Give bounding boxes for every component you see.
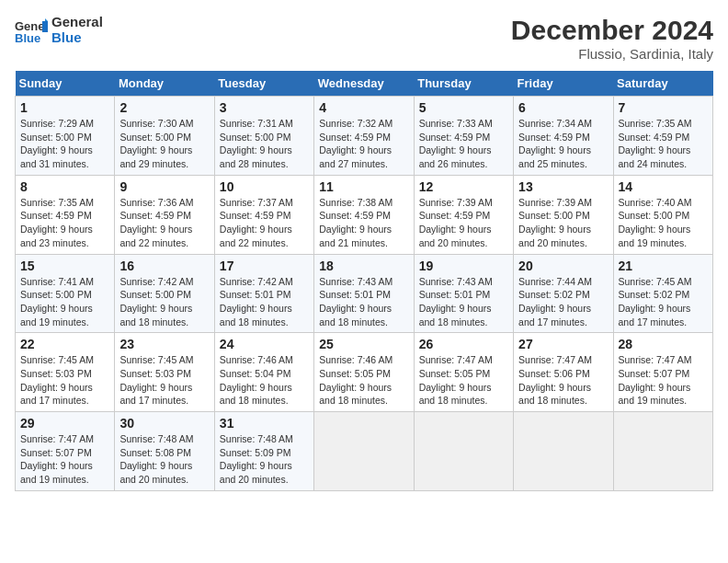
calendar-cell: 8Sunrise: 7:35 AM Sunset: 4:59 PM Daylig… bbox=[16, 175, 115, 254]
day-number: 23 bbox=[119, 337, 209, 351]
day-detail: Sunrise: 7:48 AM Sunset: 5:09 PM Dayligh… bbox=[220, 432, 309, 487]
calendar-cell: 9Sunrise: 7:36 AM Sunset: 4:59 PM Daylig… bbox=[115, 175, 214, 254]
day-number: 30 bbox=[119, 416, 209, 431]
calendar-cell: 11Sunrise: 7:38 AM Sunset: 4:59 PM Dayli… bbox=[314, 175, 414, 254]
day-detail: Sunrise: 7:37 AM Sunset: 4:59 PM Dayligh… bbox=[220, 196, 309, 250]
day-detail: Sunrise: 7:32 AM Sunset: 4:59 PM Dayligh… bbox=[319, 117, 408, 171]
calendar-cell bbox=[414, 412, 513, 491]
day-number: 14 bbox=[619, 179, 708, 194]
svg-text:Blue: Blue bbox=[15, 31, 40, 43]
calendar-week-5: 29Sunrise: 7:47 AM Sunset: 5:07 PM Dayli… bbox=[16, 412, 713, 491]
calendar-cell: 30Sunrise: 7:48 AM Sunset: 5:08 PM Dayli… bbox=[115, 412, 214, 491]
header-day-thursday: Thursday bbox=[414, 71, 513, 97]
header-day-monday: Monday bbox=[115, 71, 214, 97]
calendar-week-3: 15Sunrise: 7:41 AM Sunset: 5:00 PM Dayli… bbox=[16, 254, 713, 333]
day-detail: Sunrise: 7:44 AM Sunset: 5:02 PM Dayligh… bbox=[518, 275, 608, 329]
day-detail: Sunrise: 7:47 AM Sunset: 5:05 PM Dayligh… bbox=[419, 353, 508, 408]
day-number: 3 bbox=[220, 100, 309, 115]
calendar-cell: 14Sunrise: 7:40 AM Sunset: 5:00 PM Dayli… bbox=[613, 175, 712, 254]
calendar-cell: 2Sunrise: 7:30 AM Sunset: 5:00 PM Daylig… bbox=[115, 97, 214, 176]
calendar-week-4: 22Sunrise: 7:45 AM Sunset: 5:03 PM Dayli… bbox=[16, 333, 713, 412]
logo-icon: General Blue bbox=[15, 17, 48, 43]
day-detail: Sunrise: 7:45 AM Sunset: 5:02 PM Dayligh… bbox=[619, 275, 708, 329]
day-number: 7 bbox=[619, 100, 708, 115]
calendar-cell: 18Sunrise: 7:43 AM Sunset: 5:01 PM Dayli… bbox=[314, 254, 414, 333]
header-day-friday: Friday bbox=[514, 71, 613, 97]
day-detail: Sunrise: 7:48 AM Sunset: 5:08 PM Dayligh… bbox=[119, 432, 209, 487]
calendar-cell bbox=[314, 412, 414, 491]
day-detail: Sunrise: 7:47 AM Sunset: 5:07 PM Dayligh… bbox=[619, 353, 708, 408]
day-number: 31 bbox=[220, 416, 309, 431]
day-number: 6 bbox=[518, 100, 608, 115]
calendar-cell: 17Sunrise: 7:42 AM Sunset: 5:01 PM Dayli… bbox=[214, 254, 313, 333]
day-detail: Sunrise: 7:41 AM Sunset: 5:00 PM Dayligh… bbox=[20, 275, 109, 329]
day-number: 9 bbox=[119, 179, 209, 194]
calendar-cell: 27Sunrise: 7:47 AM Sunset: 5:06 PM Dayli… bbox=[514, 333, 613, 412]
logo: General Blue General Blue bbox=[15, 15, 103, 45]
calendar-cell: 24Sunrise: 7:46 AM Sunset: 5:04 PM Dayli… bbox=[214, 333, 313, 412]
day-number: 15 bbox=[20, 259, 109, 273]
day-number: 11 bbox=[319, 179, 408, 194]
day-number: 16 bbox=[119, 259, 209, 273]
day-detail: Sunrise: 7:29 AM Sunset: 5:00 PM Dayligh… bbox=[20, 117, 109, 171]
calendar-cell: 3Sunrise: 7:31 AM Sunset: 5:00 PM Daylig… bbox=[214, 97, 313, 176]
day-detail: Sunrise: 7:39 AM Sunset: 4:59 PM Dayligh… bbox=[419, 196, 508, 250]
day-detail: Sunrise: 7:46 AM Sunset: 5:05 PM Dayligh… bbox=[319, 353, 408, 408]
calendar-cell: 13Sunrise: 7:39 AM Sunset: 5:00 PM Dayli… bbox=[514, 175, 613, 254]
day-detail: Sunrise: 7:35 AM Sunset: 4:59 PM Dayligh… bbox=[20, 196, 109, 250]
day-detail: Sunrise: 7:43 AM Sunset: 5:01 PM Dayligh… bbox=[419, 275, 508, 329]
day-detail: Sunrise: 7:34 AM Sunset: 4:59 PM Dayligh… bbox=[518, 117, 608, 171]
day-number: 18 bbox=[319, 259, 408, 273]
day-detail: Sunrise: 7:43 AM Sunset: 5:01 PM Dayligh… bbox=[319, 275, 408, 329]
location-subtitle: Flussio, Sardinia, Italy bbox=[511, 46, 713, 62]
day-number: 8 bbox=[20, 179, 109, 194]
calendar-cell: 26Sunrise: 7:47 AM Sunset: 5:05 PM Dayli… bbox=[414, 333, 513, 412]
day-number: 25 bbox=[319, 337, 408, 351]
header-day-wednesday: Wednesday bbox=[314, 71, 414, 97]
day-number: 27 bbox=[518, 337, 608, 351]
day-detail: Sunrise: 7:33 AM Sunset: 4:59 PM Dayligh… bbox=[419, 117, 508, 171]
day-number: 28 bbox=[619, 337, 708, 351]
calendar-cell: 12Sunrise: 7:39 AM Sunset: 4:59 PM Dayli… bbox=[414, 175, 513, 254]
day-detail: Sunrise: 7:45 AM Sunset: 5:03 PM Dayligh… bbox=[20, 353, 109, 408]
calendar-cell: 6Sunrise: 7:34 AM Sunset: 4:59 PM Daylig… bbox=[514, 97, 613, 176]
svg-marker-2 bbox=[42, 21, 48, 32]
calendar-cell: 21Sunrise: 7:45 AM Sunset: 5:02 PM Dayli… bbox=[613, 254, 712, 333]
page-header: General Blue General Blue December 2024 … bbox=[15, 15, 713, 62]
calendar-cell: 16Sunrise: 7:42 AM Sunset: 5:00 PM Dayli… bbox=[115, 254, 214, 333]
day-detail: Sunrise: 7:42 AM Sunset: 5:01 PM Dayligh… bbox=[220, 275, 309, 329]
calendar-table: SundayMondayTuesdayWednesdayThursdayFrid… bbox=[15, 71, 713, 491]
calendar-cell: 20Sunrise: 7:44 AM Sunset: 5:02 PM Dayli… bbox=[514, 254, 613, 333]
day-number: 10 bbox=[220, 179, 309, 194]
day-number: 17 bbox=[220, 259, 309, 273]
header-day-tuesday: Tuesday bbox=[214, 71, 313, 97]
calendar-week-2: 8Sunrise: 7:35 AM Sunset: 4:59 PM Daylig… bbox=[16, 175, 713, 254]
day-detail: Sunrise: 7:46 AM Sunset: 5:04 PM Dayligh… bbox=[220, 353, 309, 408]
day-number: 29 bbox=[20, 416, 109, 431]
month-title: December 2024 bbox=[511, 15, 713, 46]
calendar-cell: 31Sunrise: 7:48 AM Sunset: 5:09 PM Dayli… bbox=[214, 412, 313, 491]
day-number: 24 bbox=[220, 337, 309, 351]
calendar-week-1: 1Sunrise: 7:29 AM Sunset: 5:00 PM Daylig… bbox=[16, 97, 713, 176]
calendar-cell bbox=[514, 412, 613, 491]
calendar-cell: 29Sunrise: 7:47 AM Sunset: 5:07 PM Dayli… bbox=[16, 412, 115, 491]
calendar-cell: 1Sunrise: 7:29 AM Sunset: 5:00 PM Daylig… bbox=[16, 97, 115, 176]
calendar-header-row: SundayMondayTuesdayWednesdayThursdayFrid… bbox=[16, 71, 713, 97]
calendar-cell: 28Sunrise: 7:47 AM Sunset: 5:07 PM Dayli… bbox=[613, 333, 712, 412]
day-number: 19 bbox=[419, 259, 508, 273]
day-detail: Sunrise: 7:40 AM Sunset: 5:00 PM Dayligh… bbox=[619, 196, 708, 250]
day-detail: Sunrise: 7:39 AM Sunset: 5:00 PM Dayligh… bbox=[518, 196, 608, 250]
day-detail: Sunrise: 7:31 AM Sunset: 5:00 PM Dayligh… bbox=[220, 117, 309, 171]
day-number: 26 bbox=[419, 337, 508, 351]
calendar-cell bbox=[613, 412, 712, 491]
logo-line1: General bbox=[51, 15, 103, 30]
header-day-sunday: Sunday bbox=[16, 71, 115, 97]
day-number: 2 bbox=[119, 100, 209, 115]
day-detail: Sunrise: 7:45 AM Sunset: 5:03 PM Dayligh… bbox=[119, 353, 209, 408]
title-area: December 2024 Flussio, Sardinia, Italy bbox=[511, 15, 713, 62]
calendar-cell: 10Sunrise: 7:37 AM Sunset: 4:59 PM Dayli… bbox=[214, 175, 313, 254]
day-detail: Sunrise: 7:47 AM Sunset: 5:06 PM Dayligh… bbox=[518, 353, 608, 408]
calendar-cell: 5Sunrise: 7:33 AM Sunset: 4:59 PM Daylig… bbox=[414, 97, 513, 176]
day-number: 12 bbox=[419, 179, 508, 194]
calendar-cell: 25Sunrise: 7:46 AM Sunset: 5:05 PM Dayli… bbox=[314, 333, 414, 412]
